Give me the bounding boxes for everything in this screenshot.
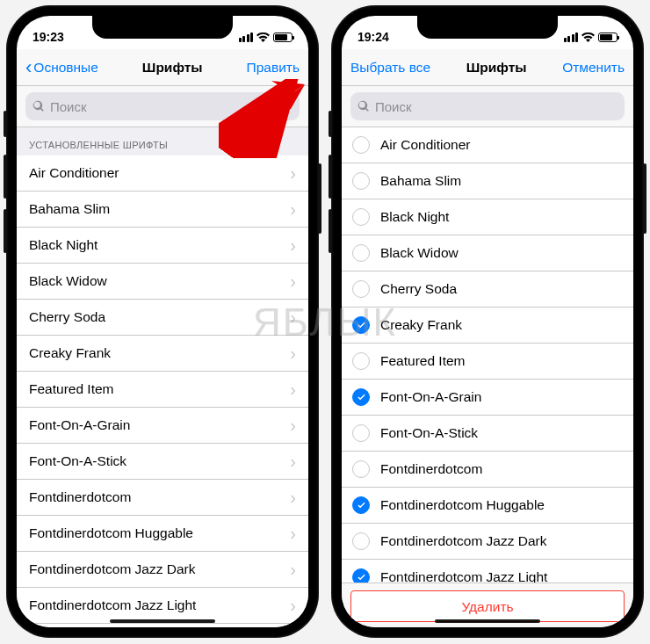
annotation-arrow (219, 79, 308, 158)
selection-circle[interactable] (352, 460, 370, 478)
chevron-right-icon: › (290, 488, 296, 508)
font-name: Creaky Frank (29, 345, 111, 361)
font-name: Black Night (380, 209, 449, 225)
nav-title: Шрифты (142, 60, 203, 76)
chevron-right-icon: › (290, 163, 296, 184)
font-row[interactable]: Black Night› (17, 228, 308, 264)
font-name: Fontdinerdotcom Jazz Dark (29, 561, 196, 577)
selection-circle[interactable] (352, 280, 370, 298)
font-row[interactable]: Font-On-A-Grain› (17, 408, 308, 444)
font-edit-row[interactable]: Font-On-A-Grain (342, 380, 633, 416)
font-name: Bahama Slim (29, 201, 110, 217)
signal-icon (564, 33, 579, 42)
font-name: Featured Item (29, 381, 114, 397)
chevron-right-icon: › (290, 416, 296, 436)
selection-circle[interactable] (352, 316, 370, 334)
font-name: Fontdinerdotcom Jazz Light (29, 597, 196, 613)
font-name: Font-On-A-Stick (29, 453, 126, 469)
nav-bar: Выбрать все Шрифты Отменить (342, 49, 633, 86)
nav-edit-button[interactable]: Править (247, 60, 300, 76)
font-name: Fontdinerdotcom Huggable (29, 525, 193, 541)
chevron-right-icon: › (290, 199, 296, 220)
font-row[interactable]: Black Widow› (17, 264, 308, 300)
font-name: Font-On-A-Grain (29, 417, 130, 433)
font-edit-row[interactable]: Black Night (342, 199, 633, 235)
font-name: Featured Item (380, 353, 466, 369)
font-edit-row[interactable]: Black Widow (342, 235, 633, 271)
font-row[interactable]: Font-On-A-Stick› (17, 444, 308, 480)
font-row[interactable]: Cherry Soda› (17, 300, 308, 336)
font-row[interactable]: Bahama Slim› (17, 192, 308, 228)
font-edit-row[interactable]: Creaky Frank (342, 308, 633, 344)
delete-button[interactable]: Удалить (350, 590, 625, 622)
font-row[interactable]: Fontdinerdotcom Huggable› (17, 516, 308, 552)
search-placeholder: Поиск (375, 99, 412, 114)
nav-back-label: Основные (33, 60, 98, 76)
font-name: Font-On-A-Stick (380, 425, 478, 441)
battery-icon (273, 33, 292, 42)
home-indicator[interactable] (435, 619, 540, 623)
font-name: Creaky Frank (380, 317, 462, 333)
font-edit-row[interactable]: Font-On-A-Stick (342, 416, 633, 452)
font-row[interactable]: Creaky Frank› (17, 336, 308, 372)
chevron-right-icon: › (290, 596, 296, 616)
selection-circle[interactable] (352, 172, 370, 190)
font-edit-row[interactable]: Fontdinerdotcom Jazz Light (342, 560, 633, 582)
font-name: Black Widow (29, 273, 107, 289)
font-edit-row[interactable]: Featured Item (342, 344, 633, 380)
font-row[interactable]: Fontdinerdotcom› (17, 480, 308, 516)
chevron-right-icon: › (290, 344, 296, 364)
nav-title: Шрифты (466, 60, 527, 76)
battery-icon (598, 33, 618, 42)
selection-circle[interactable] (352, 352, 370, 370)
nav-cancel-button[interactable]: Отменить (562, 60, 625, 76)
font-edit-row[interactable]: Air Conditioner (342, 127, 633, 163)
status-time: 19:23 (32, 30, 64, 44)
selection-circle[interactable] (352, 244, 370, 262)
selection-circle[interactable] (352, 388, 370, 406)
font-name: Cherry Soda (29, 309, 105, 325)
font-name: Air Conditioner (29, 165, 119, 181)
font-name: Black Widow (380, 245, 459, 261)
selection-circle[interactable] (352, 424, 370, 442)
font-row[interactable]: Fontdinerdotcom Loungy› (17, 624, 308, 627)
notch (92, 16, 233, 39)
font-name: Fontdinerdotcom Huggable (380, 497, 545, 513)
font-name: Black Night (29, 237, 98, 253)
font-edit-row[interactable]: Cherry Soda (342, 271, 633, 308)
home-indicator[interactable] (110, 619, 215, 623)
chevron-right-icon: › (290, 560, 296, 580)
font-row[interactable]: Air Conditioner› (17, 156, 308, 192)
font-edit-list[interactable]: Air ConditionerBahama SlimBlack NightBla… (342, 127, 633, 582)
chevron-right-icon: › (290, 524, 296, 544)
font-list[interactable]: Air Conditioner›Bahama Slim›Black Night›… (17, 156, 308, 627)
font-edit-row[interactable]: Bahama Slim (342, 163, 633, 199)
selection-circle[interactable] (352, 208, 370, 226)
selection-circle[interactable] (352, 136, 370, 154)
font-name: Font-On-A-Grain (380, 389, 481, 405)
selection-circle[interactable] (352, 568, 370, 582)
selection-circle[interactable] (352, 532, 370, 550)
font-edit-row[interactable]: Fontdinerdotcom Jazz Dark (342, 524, 633, 560)
signal-icon (239, 33, 254, 42)
search-icon (358, 100, 370, 112)
font-row[interactable]: Fontdinerdotcom Jazz Light› (17, 588, 308, 624)
search-input[interactable]: Поиск (350, 92, 625, 120)
notch (417, 16, 558, 39)
font-name: Cherry Soda (380, 281, 457, 297)
phone-right-frame: 19:24 Выбрать все Шрифты Отменить Поиск … (331, 5, 644, 638)
font-name: Fontdinerdotcom Jazz Light (380, 569, 547, 582)
font-name: Fontdinerdotcom (380, 461, 482, 477)
font-edit-row[interactable]: Fontdinerdotcom (342, 452, 633, 488)
selection-circle[interactable] (352, 496, 370, 514)
font-edit-row[interactable]: Fontdinerdotcom Huggable (342, 488, 633, 524)
phone-left-frame: 19:23 ‹ Основные Шрифты Править Поиск (6, 5, 319, 638)
nav-back-button[interactable]: ‹ Основные (25, 58, 98, 77)
wifi-icon (581, 33, 595, 42)
font-name: Fontdinerdotcom Jazz Dark (380, 533, 547, 549)
wifi-icon (256, 33, 270, 42)
chevron-left-icon: ‹ (25, 58, 32, 77)
font-row[interactable]: Fontdinerdotcom Jazz Dark› (17, 552, 308, 588)
nav-select-all-button[interactable]: Выбрать все (350, 60, 430, 76)
font-row[interactable]: Featured Item› (17, 372, 308, 408)
